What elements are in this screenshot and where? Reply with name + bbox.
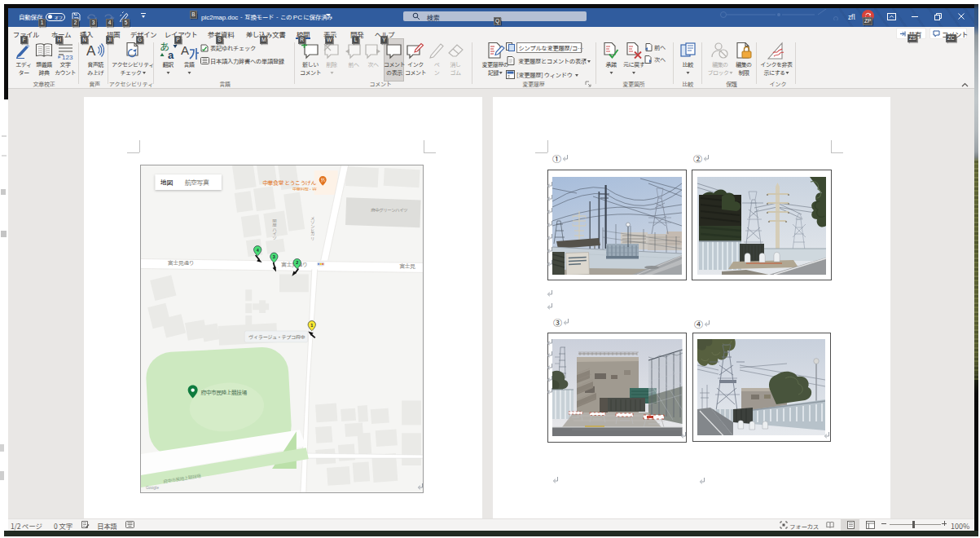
svg-text:メゾンヒカリ: メゾンヒカリ <box>309 215 315 240</box>
svg-text:Google: Google <box>145 485 158 489</box>
svg-text:A: A <box>181 43 189 57</box>
svg-text:関屋ハイツ: 関屋ハイツ <box>271 218 278 240</box>
svg-text:中華料理・¥¥: 中華料理・¥¥ <box>292 185 316 191</box>
svg-text:123: 123 <box>62 54 73 60</box>
svg-text:A: A <box>86 43 96 59</box>
svg-text:富士見: 富士見 <box>399 262 415 270</box>
svg-text:1: 1 <box>310 322 313 327</box>
svg-text:3: 3 <box>272 254 275 259</box>
svg-text:府中市民陸上競技場: 府中市民陸上競技場 <box>200 387 247 395</box>
svg-text:府中グリーンハイツ: 府中グリーンハイツ <box>371 206 407 213</box>
svg-text:富士見通り: 富士見通り <box>167 258 193 267</box>
svg-text:地図: 地図 <box>160 178 173 187</box>
svg-text:a: a <box>168 49 174 60</box>
svg-text:航空写真: 航空写真 <box>184 178 209 187</box>
svg-text:4: 4 <box>256 247 258 252</box>
svg-text:ヴィラージュ・テプコ府中: ヴィラージュ・テプコ府中 <box>248 333 305 340</box>
svg-text:2: 2 <box>296 260 298 265</box>
